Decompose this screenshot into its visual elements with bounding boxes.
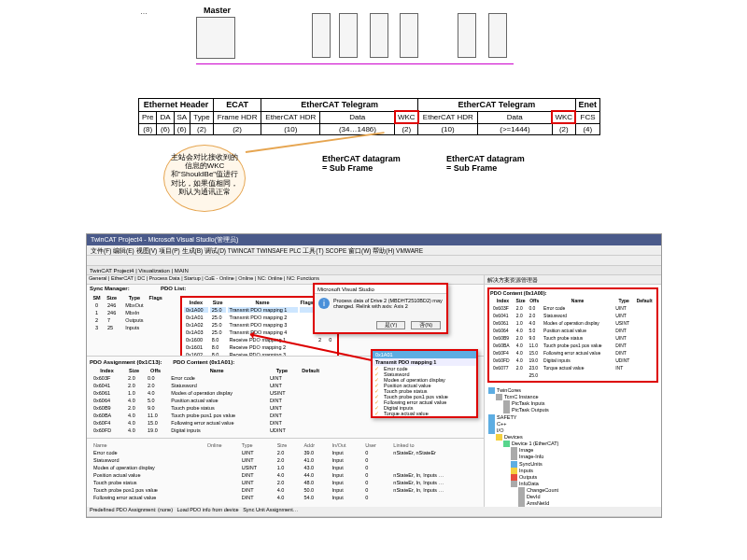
master-device: [196, 17, 235, 59]
tree-node[interactable]: SAFETY: [488, 414, 657, 421]
tree-node[interactable]: PicTask Inputs: [503, 400, 657, 407]
tree-node[interactable]: Inputs: [511, 468, 657, 474]
table-row[interactable]: 0x603F2.00.0Error codeUINT: [91, 375, 323, 381]
tree-icon: [496, 434, 502, 441]
table-row[interactable]: Touch probe statusUINT2.048.0Input0nStat…: [91, 480, 480, 485]
wkc-callout: 主站会对比接收到的信息的WKC和"ShouldBe"值进行对比，如果值相同，则认…: [163, 145, 246, 212]
table-row[interactable]: 0x60B92.09.0Touch probe statusUINT: [492, 335, 654, 341]
slave-4: [400, 13, 418, 58]
table-row[interactable]: 0x60FD4.019.0Digital inputsUDINT: [492, 357, 654, 363]
tree-node[interactable]: Image: [511, 447, 657, 454]
tree-node[interactable]: SyncUnits: [511, 461, 657, 468]
sync-manager-table[interactable]: SMSizeTypeFlags0246MbxOut1246MbxIn27Outp…: [90, 293, 164, 332]
table-row[interactable]: 1246MbxIn: [92, 310, 162, 315]
tree-node[interactable]: Image-Info: [511, 454, 657, 460]
no-button[interactable]: 否(N): [411, 321, 441, 329]
table-row[interactable]: Position actual valueDINT4.044.0Input0nS…: [91, 472, 480, 478]
table-row[interactable]: Error codeUINT2.039.0Input0nStateEr, nSt…: [91, 450, 480, 455]
table-row[interactable]: 0x60F44.015.0Following error actual valu…: [91, 420, 323, 426]
document-tabs[interactable]: TwinCAT Project4 | Visualization | MAIN: [87, 266, 661, 275]
table-row[interactable]: 0246MbxOut: [92, 302, 162, 308]
slave-5: [458, 13, 476, 58]
io-variables-table[interactable]: NameOnlineTypeSizeAddrIn/OutUserLinked t…: [89, 441, 482, 502]
tree-node[interactable]: Devices: [496, 434, 657, 441]
ethercat-topology: Master …: [140, 7, 588, 87]
table-row[interactable]: 0x60412.02.0StatuswordUINT: [492, 313, 654, 318]
frame-cells-row: Pre DA SA Type Frame HDR EtherCAT HDR Da…: [139, 111, 600, 123]
wkc-cell-1: WKC: [395, 111, 418, 123]
table-row[interactable]: 0x60FD4.019.0Digital inputsUDINT: [91, 427, 323, 433]
tree-icon: [511, 461, 517, 468]
grp-telegram-2: EtherCAT Telegram: [418, 99, 575, 112]
tree-node[interactable]: Outputs: [511, 474, 657, 481]
table-row[interactable]: 0x60B92.09.0Touch probe statusUINT: [91, 405, 323, 411]
grp-enet: Enet: [575, 99, 599, 112]
toolbar[interactable]: [87, 256, 661, 266]
tree-node[interactable]: DevId: [518, 494, 657, 500]
solution-tree[interactable]: TwinCoresTcmC InstancePicTask InputsPicT…: [485, 385, 661, 508]
tree-icon: [503, 407, 510, 413]
pdo-content-label: PDO Content (0x1A01):: [173, 359, 234, 365]
tree-icon: [511, 454, 517, 460]
pdo-mapping-popup[interactable]: 0x1A01 Transmit PDO mapping 1 Error code…: [371, 349, 478, 418]
tree-node[interactable]: I/O: [488, 427, 657, 434]
table-row[interactable]: 0x60611.04.0Modes of operation displayUS…: [91, 390, 323, 396]
tree-node[interactable]: ChangeCount: [518, 487, 657, 494]
status-bar: Predefined PDO Assignment: (none) Load P…: [87, 507, 661, 517]
menu-bar[interactable]: 文件(F) 编辑(E) 视图(V) 项目(P) 生成(B) 调试(D) TWIN…: [87, 245, 661, 256]
slave-3: [370, 13, 388, 58]
table-row[interactable]: 0x60611.04.0Modes of operation displayUS…: [492, 320, 654, 326]
tree-icon: [488, 427, 495, 434]
tree-icon: [488, 387, 495, 394]
slave-1: [312, 13, 331, 58]
tree-icon: [511, 474, 517, 481]
tree-node[interactable]: C++: [488, 421, 657, 427]
table-row[interactable]: 0x60644.05.0Position actual valueDINT: [91, 398, 323, 403]
table-row[interactable]: 0x60772.023.0Torque actual valueINT: [492, 365, 654, 371]
tree-node[interactable]: PicTask Outputs: [503, 407, 657, 413]
table-row[interactable]: 0x60BA4.011.0Touch probe pos1 pos valueD…: [492, 343, 654, 348]
tree-icon: [518, 494, 525, 500]
yes-button[interactable]: 是(Y): [376, 321, 405, 329]
table-row[interactable]: Modes of operation displayUSINT1.043.0In…: [91, 465, 480, 470]
popup-item[interactable]: Torque actual value: [373, 411, 476, 416]
datagram-label-1: EtherCAT datagram = Sub Frame: [322, 154, 401, 173]
table-row[interactable]: Following error actual valueDINT4.054.0I…: [91, 495, 480, 500]
table-row[interactable]: 27Outputs: [92, 317, 162, 323]
tree-icon: [488, 414, 495, 421]
dialog-text: Process data of Drive 2 (MBDHT2510BD2) m…: [333, 298, 443, 309]
window-title: TwinCAT Project4 - Microsoft Visual Stud…: [87, 234, 661, 245]
solution-explorer[interactable]: 解决方案资源管理器 PDO Content (0x1A00): IndexSiz…: [485, 275, 661, 508]
tree-node[interactable]: TwinCores: [488, 387, 657, 394]
grp-ecat: ECAT: [214, 99, 261, 112]
relink-dialog: Microsoft Visual Studio i Process data o…: [313, 283, 448, 334]
pdo-content-table[interactable]: IndexSizeOffsNameTypeDefault0x603F2.00.0…: [89, 366, 325, 435]
popup-group[interactable]: Transmit PDO mapping 1: [373, 358, 476, 366]
tree-node[interactable]: TcmC Instance: [496, 394, 657, 400]
solution-explorer-title: 解决方案资源管理器: [485, 275, 661, 285]
table-row[interactable]: 0x60412.02.0StatuswordUINT: [91, 383, 323, 388]
slave-6: [488, 13, 507, 58]
tree-icon: [511, 481, 517, 487]
tree-icon: [503, 400, 510, 407]
table-row[interactable]: 0x60BA4.011.0Touch probe pos1 pos valueD…: [91, 413, 323, 418]
tree-icon: [496, 394, 502, 400]
pdo-list-label: PDO List:: [161, 286, 186, 291]
table-row[interactable]: StatuswordUINT2.041.0Input0: [91, 457, 480, 463]
table-row[interactable]: 0x16008.0Receive PDO mapping 120: [184, 337, 335, 343]
dialog-title: Microsoft Visual Studio: [315, 285, 446, 294]
table-row[interactable]: 0x16028.0Receive PDO mapping 3: [184, 352, 335, 357]
tree-icon: [503, 441, 510, 447]
pdo-assignment-label: PDO Assignment (0x1C13):: [90, 359, 162, 365]
table-row[interactable]: Touch probe pos1 pos valueDINT4.050.0Inp…: [91, 487, 480, 493]
table-row[interactable]: 0x60F44.015.0Following error actual valu…: [492, 350, 654, 356]
table-row[interactable]: 325Inputs: [92, 325, 162, 330]
master-label: Master: [204, 6, 231, 15]
table-row[interactable]: 25.0: [492, 372, 654, 378]
slave-2: [339, 13, 358, 58]
tree-node[interactable]: InfoData: [511, 481, 657, 487]
table-row[interactable]: 0x603F2.00.0Error codeUINT: [492, 305, 654, 311]
tree-node[interactable]: Device 1 (EtherCAT): [503, 441, 657, 447]
table-row[interactable]: 0x60644.05.0Position actual valueDINT: [492, 328, 654, 333]
tree-icon: [518, 487, 525, 494]
